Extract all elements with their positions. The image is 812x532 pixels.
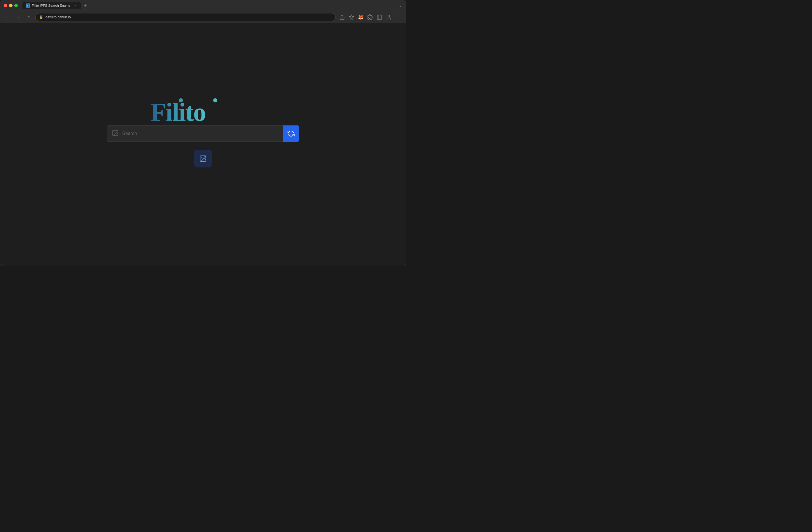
svg-rect-2 — [377, 15, 382, 19]
traffic-lights — [4, 4, 18, 7]
share-button[interactable] — [338, 13, 346, 21]
back-button[interactable]: ← — [4, 13, 12, 21]
sidebar-button[interactable] — [375, 13, 383, 21]
svg-text:F: F — [27, 5, 29, 7]
close-button[interactable] — [4, 4, 7, 7]
lock-icon: 🔒 — [39, 15, 43, 19]
search-button[interactable] — [283, 126, 299, 142]
address-bar[interactable]: 🔒 getfilito.github.io — [35, 13, 336, 21]
fox-icon-button[interactable]: 🦊 — [357, 13, 365, 21]
svg-point-4 — [398, 15, 398, 16]
new-tab-button[interactable]: + — [82, 2, 89, 9]
logo: Filito — [150, 98, 256, 126]
profile-button[interactable] — [385, 13, 393, 21]
toolbar-actions: 🦊 — [338, 13, 402, 21]
search-input[interactable] — [122, 131, 278, 136]
search-row — [107, 126, 299, 142]
url-display: getfilito.github.io — [45, 15, 71, 19]
svg-point-6 — [398, 19, 398, 19]
svg-point-9 — [213, 98, 217, 102]
maximize-button[interactable] — [14, 4, 18, 7]
bookmark-button[interactable] — [347, 13, 356, 21]
svg-text:Filito: Filito — [150, 98, 205, 124]
tab-chevron-icon[interactable]: ⌄ — [399, 3, 402, 8]
tab-close-button[interactable]: × — [73, 3, 77, 8]
forward-button[interactable]: → — [14, 13, 23, 21]
search-box — [107, 126, 283, 142]
svg-point-13 — [202, 157, 202, 158]
svg-point-5 — [398, 17, 398, 17]
upload-image-button[interactable] — [194, 150, 212, 168]
tab-favicon: F — [26, 3, 30, 8]
title-bar: F Filito IPFS Search Engine × + ⌄ — [0, 0, 406, 11]
svg-point-8 — [179, 98, 183, 102]
menu-button[interactable] — [394, 13, 402, 21]
tab-bar: F Filito IPFS Search Engine × + ⌄ — [23, 2, 402, 9]
page-content: Filito — [0, 23, 406, 266]
tab-title: Filito IPFS Search Engine — [32, 4, 70, 7]
reload-button[interactable]: ↻ — [25, 13, 33, 21]
extensions-button[interactable] — [366, 13, 374, 21]
active-tab[interactable]: F Filito IPFS Search Engine × — [23, 2, 81, 9]
browser-window: F Filito IPFS Search Engine × + ⌄ ← → ↻ … — [0, 0, 406, 266]
search-image-icon — [112, 129, 119, 138]
minimize-button[interactable] — [9, 4, 13, 7]
svg-point-11 — [114, 131, 115, 132]
navigation-toolbar: ← → ↻ 🔒 getfilito.github.io 🦊 — [0, 11, 406, 23]
logo-svg: Filito — [150, 98, 256, 124]
